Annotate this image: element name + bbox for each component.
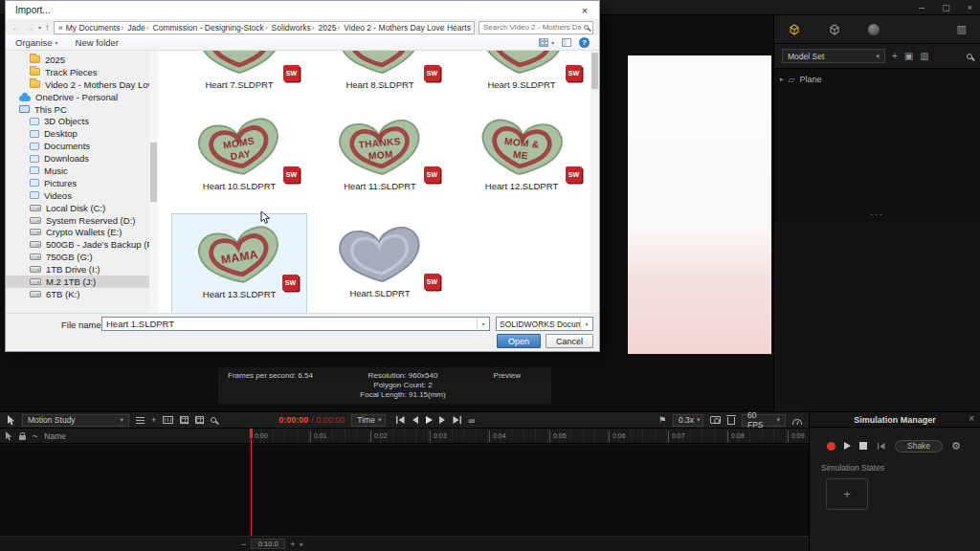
camera-icon[interactable] <box>710 416 721 424</box>
sidebar-item-selected[interactable]: M.2 1TB (J:) <box>6 276 149 288</box>
breadcrumb-overflow[interactable]: « <box>58 23 63 33</box>
zoom-out-button[interactable]: − <box>241 540 246 549</box>
sidebar-item[interactable]: 750GB (G:) <box>6 251 149 263</box>
keyframe-grid-icon[interactable] <box>180 416 189 424</box>
time-range-box[interactable]: 0:10.0 <box>251 539 285 549</box>
maximize-icon[interactable]: ▢ <box>942 1 950 14</box>
sidebar-item[interactable]: Local Disk (C:) <box>6 202 149 214</box>
loop-icon[interactable]: ∞ <box>468 415 475 426</box>
breadcrumb-segment[interactable]: Video 2 - Mothers Day Love Hearts <box>344 23 471 33</box>
file-list-scrollbar[interactable] <box>590 51 599 315</box>
preview-pane-icon[interactable] <box>562 38 571 47</box>
record-button[interactable] <box>827 442 835 451</box>
scrollbar-thumb[interactable] <box>150 143 157 202</box>
timeline-ruler[interactable]: 0:00 0:01 0:02 0:03 0:04 0:05 0:06 0:07 … <box>249 429 809 443</box>
flag-icon[interactable]: ⚑ <box>658 415 666 425</box>
play-icon[interactable] <box>424 415 434 425</box>
panel-splitter-handle[interactable]: ... <box>774 207 980 217</box>
stop-button[interactable] <box>859 442 867 450</box>
film-icon[interactable] <box>163 416 173 424</box>
snap-grid-icon[interactable] <box>195 416 204 424</box>
trash-icon[interactable] <box>727 417 735 425</box>
sidebar-item[interactable]: 500GB - Jade's Backup (F:) <box>6 238 149 251</box>
sidebar-item[interactable]: Music <box>6 165 149 177</box>
select-icon[interactable] <box>5 428 12 445</box>
search-input[interactable] <box>483 23 581 32</box>
sidebar-item[interactable]: System Reserved (D:) <box>6 214 149 227</box>
add-icon[interactable]: + <box>892 52 898 61</box>
sidebar-item[interactable]: Track Pieces <box>6 66 149 78</box>
sidebar-item[interactable]: Crypto Wallets (E:) <box>6 226 149 238</box>
new-folder-button[interactable]: New folder <box>76 37 119 48</box>
play-button[interactable] <box>844 442 851 450</box>
chevron-right-icon[interactable]: ▸ <box>780 76 784 83</box>
sidebar-item[interactable]: Videos <box>6 189 149 202</box>
sidebar-item[interactable]: Downloads <box>6 152 149 165</box>
add-track-icon[interactable]: + <box>151 415 156 425</box>
help-icon[interactable]: ? <box>579 37 590 48</box>
minimize-icon[interactable]: ─ <box>919 1 924 14</box>
fps-select[interactable]: 60 FPS <box>742 414 786 427</box>
layout-columns-icon[interactable] <box>957 23 967 35</box>
file-item[interactable]: SW Heart 9.SLDPRT <box>454 51 590 91</box>
gear-icon[interactable]: ⚙ <box>951 440 961 452</box>
sidebar-item[interactable]: Pictures <box>6 177 149 189</box>
zoom-in-button[interactable]: + <box>290 540 295 549</box>
refresh-icon[interactable]: ↻ <box>474 23 475 33</box>
views-button[interactable]: ▾ <box>539 38 554 47</box>
history-dropdown-icon[interactable]: ▾ <box>38 24 41 31</box>
breadcrumb-segment[interactable]: My Documents <box>66 23 125 33</box>
model-cube-icon[interactable] <box>788 23 801 36</box>
sidebar-scrollbar[interactable] <box>149 51 158 315</box>
breadcrumb-segment[interactable]: Commission - Designing-Stock <box>153 23 269 33</box>
open-button[interactable]: Open <box>497 334 541 348</box>
breadcrumb-segment[interactable]: 2025 <box>319 23 342 33</box>
file-name-input[interactable] <box>102 319 477 329</box>
sidebar-item[interactable]: 6TB (K:) <box>6 288 149 300</box>
timeline-tracks-area[interactable] <box>0 445 809 536</box>
forward-icon[interactable]: → <box>25 23 34 33</box>
back-icon[interactable]: ← <box>11 23 21 33</box>
curve-icon[interactable]: ~ <box>33 431 37 441</box>
tree-item-plane[interactable]: ▸ Plane <box>774 73 980 86</box>
breadcrumb-segment[interactable]: Solidworks <box>272 23 316 33</box>
scrollbar-thumb[interactable] <box>591 53 598 89</box>
skip-end-icon[interactable] <box>452 415 463 425</box>
performance-gauge-icon[interactable] <box>792 419 802 425</box>
playhead[interactable] <box>251 429 252 536</box>
file-item[interactable]: MOMS DAY SW Heart 10.SLDPRT <box>171 114 307 192</box>
breadcrumb-segment[interactable]: Jade <box>127 23 149 33</box>
timeline-zoom-icon[interactable] <box>211 417 216 423</box>
file-item[interactable]: SW Heart 7.SLDPRT <box>171 51 307 91</box>
pointer-tool-icon[interactable] <box>7 415 15 426</box>
skip-back-button[interactable] <box>876 437 886 454</box>
skip-start-icon[interactable] <box>394 415 406 425</box>
sidebar-item[interactable]: 1TB Drive (I:) <box>6 263 149 276</box>
list-icon[interactable] <box>136 417 145 424</box>
combo-dropdown-icon[interactable]: ▾ <box>477 318 489 330</box>
organise-menu[interactable]: Organise▾ <box>15 37 58 48</box>
assets-cube-icon[interactable] <box>828 23 841 36</box>
cancel-button[interactable]: Cancel <box>546 334 593 348</box>
material-sphere-icon[interactable] <box>868 24 880 35</box>
sidebar-item[interactable]: 2025 <box>6 54 149 66</box>
add-simulation-state-button[interactable]: + <box>826 478 868 510</box>
close-icon[interactable]: × <box>570 1 599 19</box>
file-item[interactable]: SW Heart.SLDPRT <box>312 221 448 299</box>
up-icon[interactable]: ↑ <box>45 23 50 33</box>
file-item[interactable]: SW Heart 8.SLDPRT <box>312 51 448 91</box>
breadcrumb[interactable]: « My Documents Jade Commission - Designi… <box>54 21 475 34</box>
export-icon[interactable] <box>904 52 913 61</box>
sidebar-item[interactable]: 3D Objects <box>6 115 149 127</box>
panel-icon[interactable] <box>920 52 928 61</box>
close-icon[interactable]: × <box>968 1 972 14</box>
sidebar-item-this-pc[interactable]: This PC <box>6 103 149 116</box>
render-viewport[interactable] <box>628 55 771 354</box>
model-set-select[interactable]: Model Set <box>782 49 885 63</box>
sidebar-item[interactable]: Documents <box>6 140 149 152</box>
search-icon[interactable] <box>584 25 589 30</box>
scroll-right-icon[interactable]: ▸ <box>301 540 304 548</box>
file-item[interactable]: MOM & ME SW Heart 12.SLDPRT <box>454 114 590 192</box>
sidebar-item-onedrive[interactable]: OneDrive - Personal <box>6 91 149 103</box>
sidebar-item[interactable]: Desktop <box>6 127 149 140</box>
